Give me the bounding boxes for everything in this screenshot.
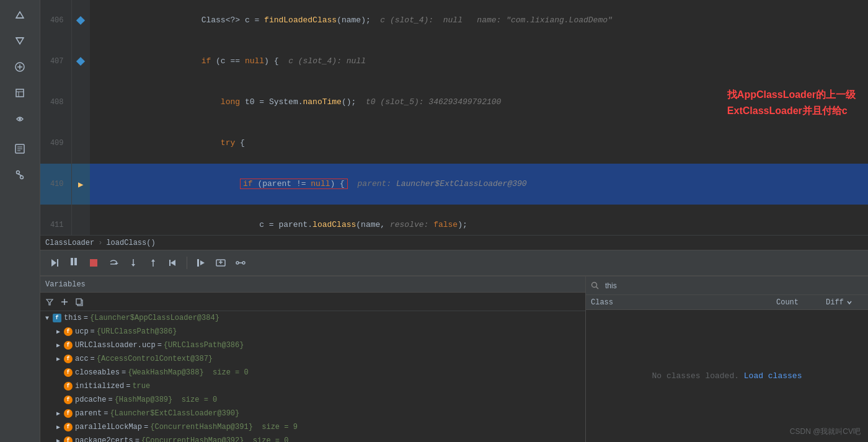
col-diff-label: Diff: [826, 298, 844, 307]
col-class-label: Class: [591, 298, 613, 307]
no-classes-text: No classes loaded.: [652, 371, 739, 381]
expand-icon[interactable]: ▼: [43, 314, 51, 322]
svg-marker-32: [200, 260, 205, 265]
debugger-toolbar: [40, 250, 868, 276]
list-item[interactable]: f initialized = true: [40, 379, 585, 393]
watermark-text: CSDN @我就叫CV吧: [790, 427, 861, 436]
line-number: 407: [40, 41, 71, 82]
var-name: parallelLockMap: [75, 423, 142, 431]
memory-col-diff: Diff: [826, 298, 863, 307]
step-out-button[interactable]: [144, 254, 162, 272]
list-item[interactable]: f pdcache = {HashMap@389} size = 0: [40, 393, 585, 407]
list-item[interactable]: ▶ f parent = {Launcher$ExtClassLoader@39…: [40, 407, 585, 420]
editor-column: 406 Class<?> c = findLoadedClass(name); …: [40, 0, 868, 442]
var-name: ucp: [75, 327, 89, 336]
list-item[interactable]: f closeables = {WeakHashMap@388} size = …: [40, 366, 585, 379]
svg-point-14: [20, 176, 24, 179]
variables-panel-header: Variables: [40, 276, 585, 293]
list-item[interactable]: ▶ f package2certs = {ConcurrentHashMap@3…: [40, 434, 585, 442]
expand-icon[interactable]: ▶: [54, 341, 63, 350]
memory-table-header: Class Count Diff: [586, 295, 868, 310]
svg-point-37: [242, 262, 245, 264]
main-layout: 406 Class<?> c = findLoadedClass(name); …: [0, 0, 868, 442]
svg-point-8: [19, 118, 21, 120]
variables-add-button[interactable]: [58, 295, 71, 309]
search-icon: [591, 281, 599, 290]
var-eq: =: [84, 314, 88, 322]
var-val: {URLClassPath@386}: [164, 341, 244, 350]
load-classes-link[interactable]: Load classes: [744, 371, 802, 381]
var-eq: =: [135, 436, 140, 442]
line-gutter: ▶: [71, 164, 90, 205]
variables-panel-toolbar: [40, 293, 585, 311]
var-eq: =: [157, 341, 162, 350]
table-row: 407 if (c == null) { c (slot_4): null: [40, 41, 868, 82]
expand-icon[interactable]: ▶: [54, 327, 63, 336]
list-item[interactable]: ▶ f ucp = {URLClassPath@386}: [40, 325, 585, 338]
var-val: {HashMap@389} size = 0: [115, 396, 218, 404]
var-type-icon: f: [64, 423, 73, 431]
sidebar-icon-6[interactable]: [7, 136, 32, 161]
sidebar-icon-1[interactable]: [7, 2, 32, 27]
step-into-button[interactable]: [125, 254, 142, 272]
svg-line-44: [596, 287, 599, 290]
var-name: parent: [75, 409, 102, 418]
list-item[interactable]: ▶ f URLClassLoader.ucp = {URLClassPath@3…: [40, 338, 585, 352]
var-type-icon: f: [64, 355, 73, 363]
var-val: true: [132, 382, 150, 391]
table-row: 406 Class<?> c = findLoadedClass(name); …: [40, 0, 868, 41]
svg-marker-16: [51, 259, 56, 267]
var-type-icon: f: [64, 341, 73, 350]
sidebar-icon-4[interactable]: [7, 81, 32, 105]
line-number: 409: [40, 123, 71, 164]
load-classes-label: Load classes: [744, 371, 802, 381]
list-item[interactable]: ▼ f this = {Launcher$AppClassLoader@384}: [40, 311, 585, 325]
sidebar-icon-2[interactable]: [7, 29, 32, 53]
var-name: this: [64, 314, 82, 322]
svg-rect-19: [74, 258, 77, 265]
line-code: try {: [90, 123, 868, 164]
resume-button[interactable]: [45, 254, 63, 272]
svg-marker-27: [151, 259, 155, 262]
breadcrumb-method: loadClass(): [106, 239, 155, 247]
run-to-cursor-button[interactable]: [192, 254, 210, 272]
svg-rect-5: [16, 89, 24, 97]
sidebar-icon-5[interactable]: [7, 107, 32, 131]
expand-icon: [54, 382, 63, 391]
var-val: {WeakHashMap@388} size = 0: [128, 368, 248, 377]
expand-icon[interactable]: ▶: [54, 436, 63, 442]
step-over-button[interactable]: [105, 254, 122, 272]
expand-icon[interactable]: ▶: [54, 355, 63, 363]
table-row: 410 ▶ if (parent != null) { parent: Laun…: [40, 164, 868, 205]
variables-filter-button[interactable]: [43, 295, 56, 309]
variables-panel: Variables: [40, 276, 586, 442]
list-item[interactable]: ▶ f parallelLockMap = {ConcurrentHashMap…: [40, 420, 585, 434]
var-val: {Launcher$AppClassLoader@384}: [90, 314, 219, 322]
left-sidebar: [0, 0, 40, 442]
sidebar-icon-7[interactable]: [7, 162, 32, 187]
svg-rect-31: [197, 259, 199, 267]
bottom-panels: Variables: [40, 276, 868, 442]
col-count-label: Count: [776, 298, 799, 307]
variables-copy-button[interactable]: [73, 295, 86, 309]
memory-search-input[interactable]: [603, 280, 863, 291]
svg-rect-17: [57, 259, 58, 267]
var-eq: =: [126, 382, 130, 391]
var-name: package2certs: [75, 436, 133, 442]
step-back-button[interactable]: [164, 254, 182, 272]
line-code: Class<?> c = findLoadedClass(name); c (s…: [90, 0, 868, 41]
table-row: 409 try {: [40, 123, 868, 164]
list-item[interactable]: ▶ f acc = {AccessControlContext@387}: [40, 352, 585, 366]
var-eq: =: [104, 409, 108, 418]
pause-button[interactable]: [65, 254, 82, 272]
var-name: initialized: [75, 382, 124, 391]
stop-button[interactable]: [85, 254, 102, 272]
sidebar-icon-3[interactable]: [7, 55, 32, 79]
var-val: {Launcher$ExtClassLoader@390}: [110, 409, 239, 418]
line-gutter: [71, 82, 90, 123]
expand-icon[interactable]: ▶: [54, 423, 63, 431]
evaluate-button[interactable]: [212, 254, 229, 272]
expand-icon[interactable]: ▶: [54, 409, 63, 418]
trace-button[interactable]: [232, 254, 249, 272]
var-eq: =: [91, 355, 95, 363]
